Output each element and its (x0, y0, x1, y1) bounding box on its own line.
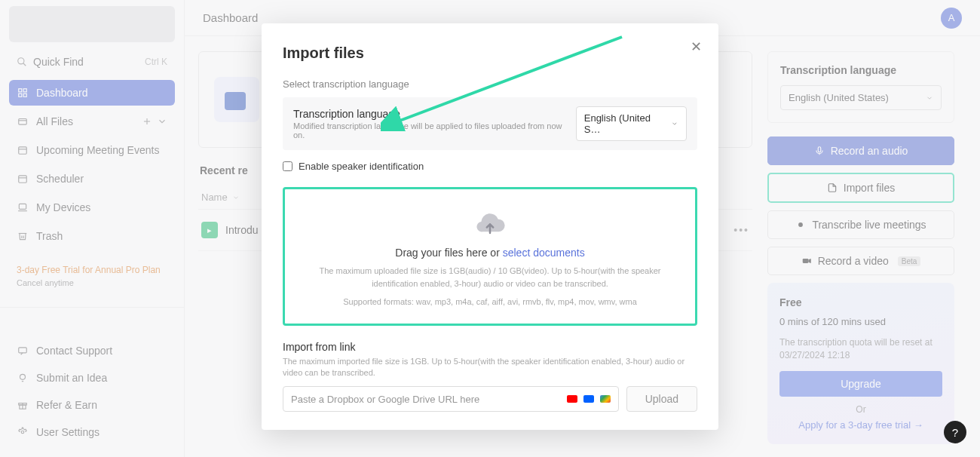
modal-language-select[interactable]: English (United S… (576, 106, 687, 141)
dropbox-icon (583, 395, 594, 403)
drop-fine-1: The maximum uploaded file size is 1GB(au… (303, 265, 677, 290)
select-lang-label: Select transcription language (283, 78, 697, 90)
drop-fine-2: Supported formats: wav, mp3, m4a, caf, a… (303, 296, 677, 308)
close-icon[interactable]: ✕ (691, 38, 702, 55)
lang-field-name: Transcription language (293, 108, 567, 120)
chevron-down-icon (671, 120, 678, 127)
url-placeholder: Paste a Dropbox or Google Drive URL here (291, 394, 479, 405)
url-input[interactable]: Paste a Dropbox or Google Drive URL here (283, 386, 619, 412)
speaker-id-input[interactable] (283, 161, 292, 171)
modal-language-value: English (United S… (584, 112, 667, 135)
youtube-icon (567, 395, 577, 403)
modal-title: Import files (283, 44, 697, 62)
select-documents-link[interactable]: select documents (503, 247, 585, 259)
import-files-modal: Import files ✕ Select transcription lang… (262, 23, 718, 430)
help-fab[interactable]: ? (944, 421, 966, 443)
speaker-id-checkbox[interactable]: Enable speaker identification (283, 161, 697, 172)
file-dropzone[interactable]: Drag your files here or select documents… (283, 187, 697, 326)
cloud-upload-icon (475, 213, 505, 238)
drop-text: Drag your files here or (395, 247, 502, 259)
upload-button[interactable]: Upload (626, 386, 697, 412)
speaker-id-label: Enable speaker identification (299, 161, 424, 172)
import-link-title: Import from link (283, 341, 697, 353)
import-link-fine: The maximum imported file size is 1GB. U… (283, 356, 697, 379)
lang-field-hint: Modified transcription language will be … (293, 121, 567, 140)
google-drive-icon (600, 395, 611, 403)
